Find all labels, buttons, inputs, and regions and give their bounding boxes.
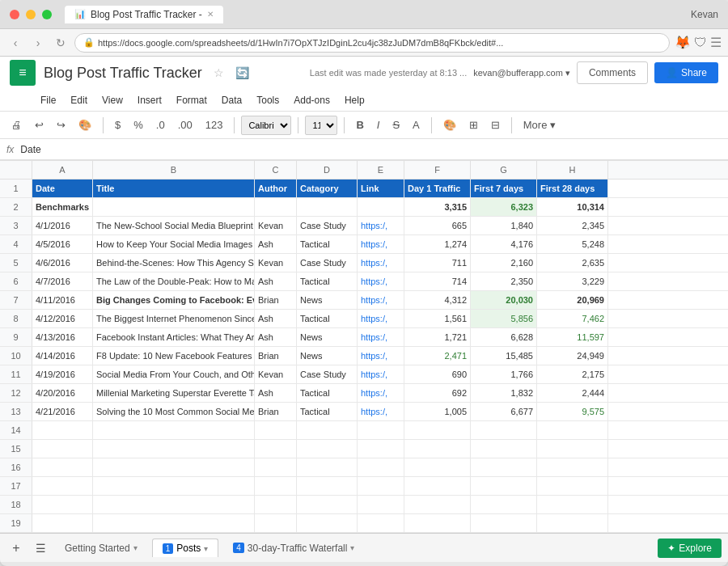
font-family-select[interactable]: Calibri: [241, 116, 291, 135]
menu-addons[interactable]: Add-ons: [294, 95, 330, 106]
menu-help[interactable]: Help: [345, 95, 365, 106]
empty-cell[interactable]: [297, 440, 358, 458]
cell-g[interactable]: 6,677: [471, 403, 537, 420]
cell-category[interactable]: Tactical: [297, 403, 358, 420]
cell-f[interactable]: 690: [404, 365, 471, 383]
cell-title[interactable]: How to Keep Your Social Media Images Loo…: [93, 235, 255, 253]
empty-cell[interactable]: [358, 514, 404, 532]
menu-format[interactable]: Format: [176, 95, 207, 106]
benchmark-d[interactable]: [297, 198, 358, 216]
cell-category[interactable]: Case Study: [297, 365, 358, 383]
header-link[interactable]: Link: [358, 180, 404, 197]
cell-h[interactable]: 2,444: [537, 384, 608, 402]
empty-cell[interactable]: [93, 496, 255, 513]
cell-f[interactable]: 692: [404, 384, 471, 402]
cell-author[interactable]: Ash: [255, 310, 297, 327]
close-button[interactable]: [10, 10, 19, 19]
cell-category[interactable]: News: [297, 328, 358, 346]
cell-link[interactable]: https:/,: [358, 235, 404, 253]
empty-cell[interactable]: [255, 496, 297, 513]
menu-file[interactable]: File: [40, 95, 56, 106]
col-header-g[interactable]: G: [471, 161, 537, 179]
cell-author[interactable]: Kevan: [255, 254, 297, 272]
cell-author[interactable]: Kevan: [255, 365, 297, 383]
add-sheet-button[interactable]: +: [6, 539, 26, 558]
cell-f[interactable]: 4,312: [404, 291, 471, 309]
benchmark-c[interactable]: [255, 198, 297, 216]
menu-tools[interactable]: Tools: [256, 95, 279, 106]
cell-link[interactable]: https:/,: [358, 384, 404, 402]
cell-g[interactable]: 2,350: [471, 272, 537, 290]
benchmark-f[interactable]: 3,315: [404, 198, 471, 216]
cell-h[interactable]: 24,949: [537, 347, 608, 365]
empty-cell[interactable]: [537, 421, 608, 439]
empty-cell[interactable]: [471, 421, 537, 439]
maximize-button[interactable]: [42, 10, 52, 19]
minimize-button[interactable]: [26, 10, 36, 19]
empty-cell[interactable]: [471, 440, 537, 458]
empty-cell[interactable]: [32, 421, 93, 439]
sheet-list-button[interactable]: ☰: [31, 539, 50, 558]
cell-link[interactable]: https:/,: [358, 217, 404, 234]
empty-cell[interactable]: [255, 458, 297, 476]
menu-insert[interactable]: Insert: [138, 95, 162, 106]
menu-view[interactable]: View: [102, 95, 123, 106]
empty-cell[interactable]: [404, 440, 471, 458]
empty-cell[interactable]: [255, 477, 297, 495]
cell-author[interactable]: Ash: [255, 272, 297, 290]
empty-cell[interactable]: [255, 514, 297, 532]
cell-category[interactable]: Tactical: [297, 310, 358, 327]
empty-cell[interactable]: [358, 496, 404, 513]
cell-h[interactable]: 3,229: [537, 272, 608, 290]
empty-cell[interactable]: [537, 440, 608, 458]
cell-g[interactable]: 15,485: [471, 347, 537, 365]
cell-h[interactable]: 2,345: [537, 217, 608, 234]
sheet-tab-waterfall[interactable]: 4 30-day-Traffic Waterfall ▾: [223, 539, 364, 557]
cell-h[interactable]: 5,248: [537, 235, 608, 253]
cell-title[interactable]: The Biggest Internet Phenomenon Since Th…: [93, 310, 255, 327]
star-icon[interactable]: ☆: [214, 66, 224, 79]
cell-author[interactable]: Brian: [255, 291, 297, 309]
cell-date[interactable]: 4/19/2016: [32, 365, 93, 383]
cell-date[interactable]: 4/5/2016: [32, 235, 93, 253]
empty-cell[interactable]: [93, 440, 255, 458]
cell-author[interactable]: Brian: [255, 403, 297, 420]
refresh-button[interactable]: ↻: [52, 34, 70, 52]
col-header-d[interactable]: D: [297, 161, 358, 179]
cell-link[interactable]: https:/,: [358, 347, 404, 365]
benchmark-g[interactable]: 6,323: [471, 198, 537, 216]
col-header-h[interactable]: H: [537, 161, 608, 179]
col-header-a[interactable]: A: [32, 161, 93, 179]
empty-cell[interactable]: [537, 458, 608, 476]
cell-link[interactable]: https:/,: [358, 254, 404, 272]
header-date[interactable]: Date: [32, 180, 93, 197]
cell-category[interactable]: News: [297, 347, 358, 365]
paint-format-button[interactable]: 🎨: [74, 116, 96, 133]
empty-cell[interactable]: [32, 440, 93, 458]
header-7days[interactable]: First 7 days: [471, 180, 537, 197]
empty-cell[interactable]: [537, 477, 608, 495]
cell-g[interactable]: 5,856: [471, 310, 537, 327]
cell-link[interactable]: https:/,: [358, 328, 404, 346]
cell-category[interactable]: Tactical: [297, 384, 358, 402]
menu-data[interactable]: Data: [222, 95, 242, 106]
cell-author[interactable]: Ash: [255, 384, 297, 402]
cell-f[interactable]: 1,274: [404, 235, 471, 253]
cell-title[interactable]: Solving the 10 Most Common Social Media …: [93, 403, 255, 420]
cell-link[interactable]: https:/,: [358, 365, 404, 383]
empty-cell[interactable]: [537, 496, 608, 513]
col-header-f[interactable]: F: [404, 161, 471, 179]
benchmark-h[interactable]: 10,314: [537, 198, 608, 216]
cell-f[interactable]: 714: [404, 272, 471, 290]
merge-button[interactable]: ⊟: [486, 116, 505, 133]
browser-tab[interactable]: 📊 Blog Post Traffic Tracker - ✕: [65, 6, 223, 23]
empty-cell[interactable]: [358, 458, 404, 476]
cell-f[interactable]: 1,561: [404, 310, 471, 327]
header-category[interactable]: Catagory: [297, 180, 358, 197]
cell-title[interactable]: Facebook Instant Articles: What They Are…: [93, 328, 255, 346]
empty-cell[interactable]: [358, 421, 404, 439]
menu-edit[interactable]: Edit: [70, 95, 87, 106]
empty-cell[interactable]: [404, 458, 471, 476]
cell-g[interactable]: 1,840: [471, 217, 537, 234]
empty-cell[interactable]: [358, 440, 404, 458]
